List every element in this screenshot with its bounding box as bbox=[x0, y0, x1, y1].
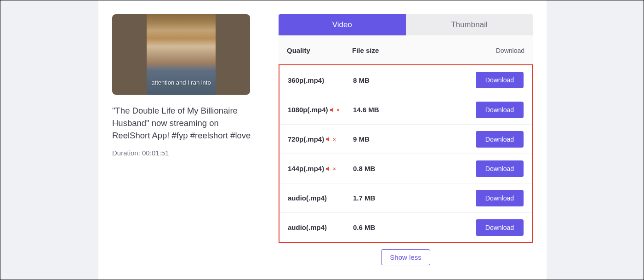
table-row: 720p(.mp4)×9 MBDownload bbox=[279, 124, 532, 154]
table-row: 1080p(.mp4)×14.6 MBDownload bbox=[279, 95, 532, 124]
quality-cell: 720p(.mp4)× bbox=[288, 135, 353, 143]
quality-label: 360p(.mp4) bbox=[288, 76, 324, 84]
thumbnail-caption: attention and I ran into bbox=[147, 79, 216, 86]
downloads-column: Video Thumbnail Quality File size Downlo… bbox=[279, 14, 533, 265]
quality-label: 1080p(.mp4) bbox=[288, 106, 328, 114]
tab-thumbnail[interactable]: Thumbnail bbox=[406, 14, 533, 35]
muted-icon: × bbox=[330, 107, 340, 113]
download-button[interactable]: Download bbox=[476, 160, 524, 177]
video-thumbnail[interactable]: attention and I ran into bbox=[112, 14, 250, 95]
video-meta-column: attention and I ran into "The Double Lif… bbox=[112, 14, 253, 265]
download-button[interactable]: Download bbox=[476, 72, 524, 88]
size-cell: 0.6 MB bbox=[353, 223, 468, 231]
quality-label: 720p(.mp4) bbox=[288, 135, 324, 143]
muted-icon: × bbox=[326, 166, 336, 171]
quality-label: audio(.mp4) bbox=[288, 194, 327, 202]
quality-cell: 1080p(.mp4)× bbox=[288, 106, 353, 114]
download-button[interactable]: Download bbox=[476, 131, 524, 148]
size-cell: 1.7 MB bbox=[353, 194, 468, 202]
download-button[interactable]: Download bbox=[476, 190, 524, 206]
size-cell: 8 MB bbox=[353, 76, 468, 84]
download-button[interactable]: Download bbox=[476, 219, 524, 236]
quality-label: 144p(.mp4) bbox=[288, 165, 324, 172]
table-header: Quality File size Download bbox=[279, 35, 533, 64]
tab-video[interactable]: Video bbox=[279, 14, 406, 35]
quality-cell: 360p(.mp4) bbox=[288, 76, 353, 84]
table-row: audio(.mp4)1.7 MBDownload bbox=[279, 183, 532, 212]
video-duration: Duration: 00:01:51 bbox=[112, 149, 253, 157]
header-download: Download bbox=[483, 47, 524, 54]
size-cell: 9 MB bbox=[353, 135, 468, 143]
size-cell: 0.8 MB bbox=[353, 165, 468, 172]
video-title: "The Double Life of My Billionaire Husba… bbox=[112, 105, 253, 142]
table-row: 144p(.mp4)×0.8 MBDownload bbox=[279, 154, 532, 183]
table-row: 360p(.mp4)8 MBDownload bbox=[279, 65, 532, 95]
table-row: audio(.mp4)0.6 MBDownload bbox=[279, 212, 532, 242]
header-filesize: File size bbox=[352, 46, 483, 54]
muted-icon: × bbox=[326, 137, 336, 142]
quality-label: audio(.mp4) bbox=[288, 223, 327, 231]
download-button[interactable]: Download bbox=[476, 102, 524, 118]
quality-cell: audio(.mp4) bbox=[288, 194, 353, 202]
quality-cell: 144p(.mp4)× bbox=[288, 165, 353, 172]
download-options-highlight: 360p(.mp4)8 MBDownload1080p(.mp4)×14.6 M… bbox=[279, 64, 533, 243]
header-quality: Quality bbox=[287, 46, 352, 54]
size-cell: 14.6 MB bbox=[353, 106, 468, 114]
downloader-card: attention and I ran into "The Double Lif… bbox=[98, 0, 547, 280]
quality-cell: audio(.mp4) bbox=[288, 223, 353, 231]
show-less-button[interactable]: Show less bbox=[381, 249, 430, 265]
tab-bar: Video Thumbnail bbox=[279, 14, 533, 35]
